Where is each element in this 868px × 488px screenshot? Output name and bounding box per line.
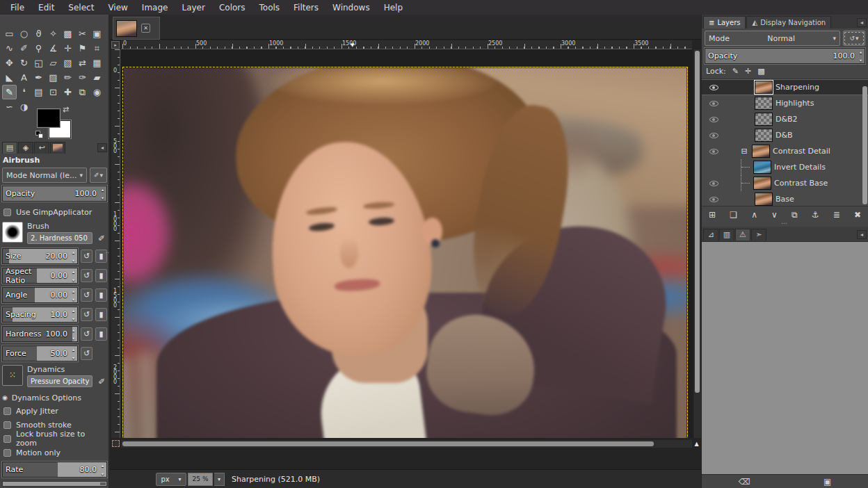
layer-row-base[interactable]: Base (702, 191, 868, 206)
align-tool[interactable]: ⚑ (75, 41, 90, 56)
collapse-dock-icon[interactable]: ◂ (857, 18, 867, 27)
spacing-reset-button[interactable]: ↺ (81, 308, 93, 321)
menu-edit[interactable]: Edit (32, 1, 61, 15)
layer-opacity-slider[interactable]: Opacity100.0 ▴▾ (705, 48, 865, 64)
layer-thumbnail[interactable] (755, 129, 773, 142)
layer-row-contrast-base[interactable]: Contrast Base (702, 175, 868, 191)
hardness-spinner[interactable]: ▴▾ (70, 327, 77, 341)
default-colors-icon[interactable] (35, 131, 44, 139)
layer-thumbnail[interactable] (752, 145, 770, 158)
visibility-eye-icon[interactable] (709, 149, 718, 154)
lock-pixels-icon[interactable]: ✎ (732, 67, 739, 76)
aspect-ratio-reset-button[interactable]: ↺ (81, 269, 93, 282)
calligraphy-tool[interactable]: ❛ (17, 85, 31, 99)
image-thumbnail-tab[interactable] (50, 142, 65, 154)
foreground-color-swatch[interactable] (38, 109, 60, 127)
dynamics-select-button[interactable]: Pressure Opacity (27, 375, 93, 387)
fuzzy-select-tool[interactable]: ✧ (46, 26, 61, 41)
rate-spinner[interactable]: ▴▾ (99, 462, 106, 477)
undo-history-tab[interactable]: ↩ (34, 142, 49, 154)
menu-windows[interactable]: Windows (326, 1, 376, 15)
layer-thumbnail[interactable] (755, 113, 773, 126)
navigation-preview-button[interactable]: ▲ (693, 440, 700, 447)
layer-row-invert-details[interactable]: Invert Details (702, 159, 868, 175)
merge-layer-button[interactable]: ≣ (833, 210, 840, 220)
menu-layer[interactable]: Layer (175, 1, 211, 15)
collapse-dock-icon[interactable]: ◂ (857, 230, 867, 239)
aspect-ratio-spinner[interactable]: ▴▾ (70, 268, 77, 283)
bucket-fill-tool[interactable]: ◣ (2, 70, 17, 85)
new-layer-button[interactable]: ⊞ (709, 210, 716, 220)
zoom-dropdown-button[interactable]: ▾ (214, 473, 225, 486)
paintbrush-tool[interactable]: ✑ (75, 70, 90, 85)
lock-brush-size-checkbox[interactable]: Lock brush size to zoom (2, 432, 107, 446)
new-group-button[interactable]: ❑ (730, 210, 737, 220)
tab-histogram[interactable]: ⊿ (703, 229, 718, 241)
heal-tool[interactable]: ✚ (61, 85, 75, 99)
gradient-tool[interactable]: ▨ (46, 70, 61, 85)
layer-list-scrollbar[interactable] (862, 86, 867, 204)
dynamics-thumbnail[interactable]: ⁙ (2, 365, 23, 386)
menu-tools[interactable]: Tools (253, 1, 287, 15)
tool-options-tab[interactable]: ▤ (2, 142, 17, 154)
layer-row-db[interactable]: D&B (702, 127, 868, 143)
hardness-slider[interactable]: Hardness100.0 ▴▾ (2, 326, 78, 342)
pencil-tool[interactable]: ✏ (61, 70, 75, 85)
layer-mode-dropdown[interactable]: Mode Normal ▾ (705, 31, 840, 46)
menu-select[interactable]: Select (62, 1, 100, 15)
spacing-slider[interactable]: Spacing10.0 ▴▾ (2, 307, 78, 323)
layer-thumbnail[interactable] (755, 97, 773, 110)
brush-thumbnail[interactable] (2, 222, 23, 243)
eraser-tool[interactable]: ▰ (90, 70, 104, 85)
dodge-burn-tool[interactable]: ◑ (17, 99, 31, 114)
tool-options-scrollbar[interactable] (2, 481, 107, 487)
clone-tool[interactable]: ⊡ (46, 85, 61, 99)
shear-tool[interactable]: ▱ (46, 56, 61, 70)
collapse-dock-icon[interactable]: ◂ (97, 143, 107, 152)
smudge-tool[interactable]: ∽ (2, 99, 17, 114)
visibility-eye-icon[interactable] (709, 101, 718, 106)
opacity-spinner[interactable]: ▴▾ (99, 186, 106, 201)
force-spinner[interactable]: ▴▾ (70, 346, 77, 361)
visibility-eye-icon[interactable] (709, 197, 718, 202)
raise-layer-button[interactable]: ∧ (751, 210, 757, 220)
aspect-ratio-link-button[interactable]: ▮ (95, 269, 107, 282)
anchor-layer-button[interactable]: ⚓ (812, 210, 819, 220)
save-errors-button[interactable]: ▣ (823, 477, 831, 487)
tab-layers[interactable]: ≣ Layers (703, 16, 746, 29)
unit-dropdown[interactable]: px▾ (156, 473, 186, 486)
size-spinner[interactable]: ▴▾ (70, 249, 77, 263)
ink-tool[interactable]: ✒ (31, 70, 46, 85)
foreground-select-tool[interactable]: ▣ (90, 26, 104, 41)
free-select-tool[interactable]: ϑ (31, 26, 46, 41)
perspective-tool[interactable]: ▧ (61, 56, 75, 70)
duplicate-layer-button[interactable]: ⧉ (791, 210, 798, 220)
edit-dynamics-icon[interactable]: ✐ (96, 376, 107, 387)
tab-channels[interactable]: ▥ (719, 229, 734, 241)
color-picker-tool[interactable]: ✐ (17, 41, 31, 56)
device-status-tab[interactable]: ◈ (18, 142, 33, 154)
angle-reset-button[interactable]: ↺ (81, 288, 93, 302)
angle-spinner[interactable]: ▴▾ (70, 288, 77, 302)
mode-group-button[interactable]: ✐▾ (90, 168, 107, 183)
mypaint-brush-tool[interactable]: ▤ (31, 85, 46, 99)
aspect-ratio-slider[interactable]: Aspect Ratio0.00 ▴▾ (2, 268, 78, 284)
zoom-level-input[interactable]: 25 % (188, 473, 213, 486)
image-canvas[interactable] (122, 67, 688, 438)
visibility-eye-icon[interactable] (709, 117, 718, 122)
menu-image[interactable]: Image (136, 1, 175, 15)
crop-tool[interactable]: ⌗ (90, 41, 104, 56)
paths-tool[interactable]: ∿ (2, 41, 17, 56)
visibility-eye-icon[interactable] (709, 181, 718, 186)
group-collapse-icon[interactable]: ⊟ (739, 147, 749, 156)
tab-pointer[interactable]: ➣ (751, 229, 766, 241)
hardness-link-button[interactable]: ▮ (95, 327, 107, 341)
layer-thumbnail[interactable] (753, 177, 771, 190)
size-reset-button[interactable]: ↺ (81, 250, 93, 263)
image-tab[interactable]: ✕ (113, 17, 160, 40)
brush-select-button[interactable]: 2. Hardness 050 (27, 232, 93, 244)
dock-resize-grip[interactable]: ⋯ (702, 222, 868, 227)
spacing-link-button[interactable]: ▮ (95, 308, 107, 321)
menu-help[interactable]: Help (378, 1, 409, 15)
swap-colors-icon[interactable]: ⇄ (63, 105, 69, 114)
